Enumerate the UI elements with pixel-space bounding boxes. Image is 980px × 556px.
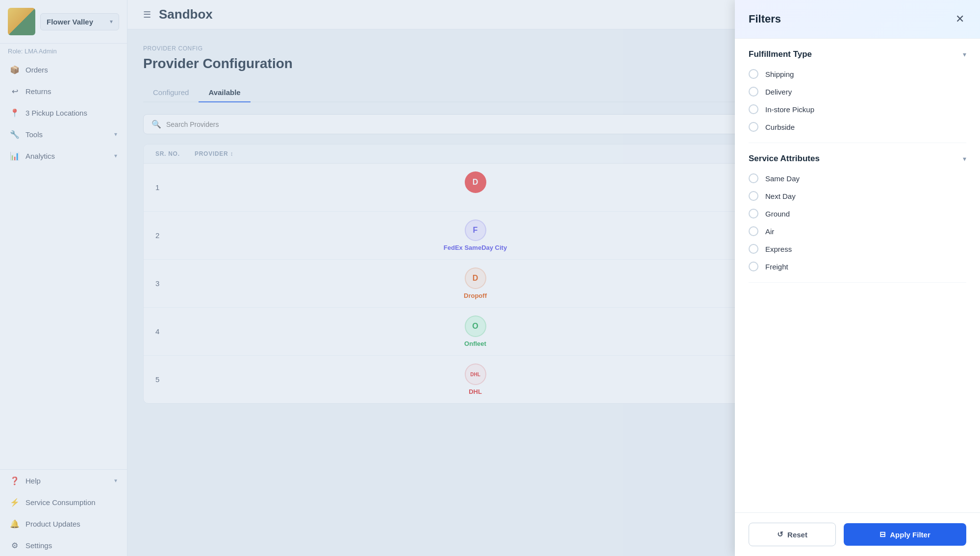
radio-same-day[interactable]	[749, 173, 758, 183]
section-chevron-service-attributes-icon: ▾	[963, 155, 966, 163]
radio-next-day[interactable]	[749, 191, 758, 201]
filter-options-service-attributes: Same Day Next Day Ground Air Express Fre…	[749, 173, 966, 271]
filter-option-delivery[interactable]: Delivery	[749, 87, 966, 97]
filter-option-curbside[interactable]: Curbside	[749, 122, 966, 132]
radio-ground[interactable]	[749, 209, 758, 218]
filter-option-shipping[interactable]: Shipping	[749, 69, 966, 79]
option-label-delivery: Delivery	[765, 88, 792, 96]
option-label-instore-pickup: In-store Pickup	[765, 105, 814, 114]
radio-shipping[interactable]	[749, 69, 758, 79]
filter-panel: Filters ✕ Fulfillment Type ▾ Shipping De…	[735, 0, 980, 556]
radio-express[interactable]	[749, 244, 758, 254]
filter-section-title-fulfillment-type: Fulfillment Type	[749, 49, 812, 59]
filter-sections: Fulfillment Type ▾ Shipping Delivery In-…	[749, 39, 966, 283]
filter-option-freight[interactable]: Freight	[749, 262, 966, 271]
filter-body: Fulfillment Type ▾ Shipping Delivery In-…	[735, 39, 980, 512]
radio-instore-pickup[interactable]	[749, 104, 758, 114]
reset-icon: ↺	[777, 530, 783, 539]
filter-option-express[interactable]: Express	[749, 244, 966, 254]
filter-option-air[interactable]: Air	[749, 226, 966, 236]
filter-options-fulfillment-type: Shipping Delivery In-store Pickup Curbsi…	[749, 69, 966, 132]
option-label-ground: Ground	[765, 210, 790, 218]
radio-delivery[interactable]	[749, 87, 758, 97]
option-label-shipping: Shipping	[765, 70, 794, 78]
filter-close-button[interactable]: ✕	[954, 11, 966, 27]
filter-header: Filters ✕	[735, 0, 980, 39]
reset-button[interactable]: ↺ Reset	[749, 523, 836, 546]
filter-title: Filters	[749, 13, 781, 25]
radio-freight[interactable]	[749, 262, 758, 271]
filter-section-fulfillment-type: Fulfillment Type ▾ Shipping Delivery In-…	[749, 39, 966, 143]
option-label-next-day: Next Day	[765, 192, 796, 200]
reset-label: Reset	[787, 531, 807, 539]
option-label-same-day: Same Day	[765, 174, 800, 183]
option-label-express: Express	[765, 245, 792, 253]
option-label-freight: Freight	[765, 263, 788, 271]
filter-section-header-service-attributes[interactable]: Service Attributes ▾	[749, 154, 966, 164]
apply-label: Apply Filter	[890, 531, 930, 539]
filter-option-instore-pickup[interactable]: In-store Pickup	[749, 104, 966, 114]
filter-section-title-service-attributes: Service Attributes	[749, 154, 820, 164]
filter-option-ground[interactable]: Ground	[749, 209, 966, 218]
filter-option-next-day[interactable]: Next Day	[749, 191, 966, 201]
section-chevron-fulfillment-type-icon: ▾	[963, 50, 966, 58]
apply-filter-button[interactable]: ⊟ Apply Filter	[844, 523, 966, 546]
filter-section-header-fulfillment-type[interactable]: Fulfillment Type ▾	[749, 49, 966, 59]
option-label-curbside: Curbside	[765, 123, 795, 131]
filter-option-same-day[interactable]: Same Day	[749, 173, 966, 183]
radio-curbside[interactable]	[749, 122, 758, 132]
filter-footer: ↺ Reset ⊟ Apply Filter	[735, 512, 980, 556]
option-label-air: Air	[765, 227, 774, 236]
filter-section-service-attributes: Service Attributes ▾ Same Day Next Day G…	[749, 143, 966, 283]
radio-air[interactable]	[749, 226, 758, 236]
filter-icon: ⊟	[879, 530, 886, 539]
